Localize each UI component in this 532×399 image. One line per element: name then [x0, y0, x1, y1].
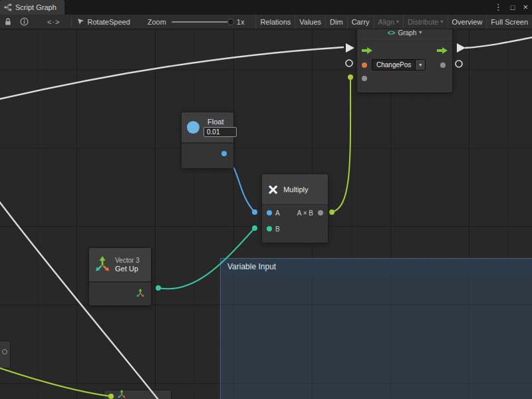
port-label-a: A [275, 209, 280, 217]
port-section [89, 283, 151, 305]
lock-icon[interactable] [4, 17, 12, 26]
close-icon[interactable]: × [523, 0, 528, 15]
set-variable-node[interactable]: <> Graph ▾ ChangePos ▾ [356, 24, 453, 93]
group-header[interactable]: Variable Input [221, 259, 532, 275]
node-title: Float [203, 118, 237, 126]
zoom-slider-thumb[interactable] [227, 19, 234, 25]
relations-button[interactable]: Relations [255, 15, 295, 29]
node-title: Get Up [115, 265, 140, 273]
node-type-label: Vector 3 [115, 257, 140, 264]
vector3-icon [94, 255, 111, 275]
zoom-slider[interactable] [172, 18, 233, 26]
value-input-port[interactable] [362, 76, 367, 81]
partial-node-left[interactable] [0, 340, 11, 368]
overview-button[interactable]: Overview [448, 15, 487, 29]
node-finder-icon[interactable]: <·> [47, 18, 61, 26]
tab-bar: Script Graph ⋮ □ × [0, 0, 532, 15]
float-output-port[interactable] [221, 151, 227, 156]
input-port-a[interactable] [267, 210, 272, 215]
vector3-icon [117, 389, 126, 399]
port[interactable] [2, 349, 7, 354]
toolbar-separator [71, 17, 72, 27]
variable-name-value: ChangePos [372, 60, 415, 70]
zoom-slider-track[interactable] [172, 21, 233, 23]
value-port-row [357, 73, 452, 88]
port-row-a: A A × B [262, 205, 328, 221]
group-title: Variable Input [227, 262, 276, 271]
graph-name-label[interactable]: RotateSpeed [88, 18, 130, 26]
tab-title: Script Graph [15, 3, 57, 11]
float-literal-node[interactable]: Float 0.01 [181, 112, 234, 169]
chevron-down-icon: ▾ [441, 19, 444, 25]
script-graph-icon [4, 3, 12, 11]
variable-kind-label: Graph [398, 29, 416, 37]
chevron-down-icon[interactable]: ▾ [415, 60, 425, 70]
group-variable-input[interactable]: Variable Input [220, 258, 532, 399]
multiply-icon: × [268, 181, 278, 198]
output-port-result[interactable] [318, 210, 323, 215]
input-port-b[interactable] [267, 226, 272, 231]
multiply-node[interactable]: × Multiply A A × B B [261, 174, 329, 243]
partial-node-bottom[interactable] [104, 390, 172, 399]
node-header: Vector 3 Get Up [89, 248, 151, 283]
flow-port-row [357, 41, 452, 57]
node-title: Multiply [283, 186, 308, 194]
get-up-node[interactable]: Vector 3 Get Up [88, 247, 152, 306]
port-row-b: B [262, 221, 328, 237]
flow-output-port[interactable] [436, 45, 448, 57]
graph-variable-icon: <> [388, 29, 396, 37]
graph-asset-icon [77, 18, 84, 25]
float-type-icon [187, 121, 200, 134]
chevron-down-icon[interactable]: ▾ [419, 30, 422, 35]
window-menu-icon[interactable]: ⋮ [494, 0, 503, 15]
float-value-input[interactable]: 0.01 [203, 127, 237, 137]
graph-toolbar: <·> RotateSpeed Zoom 1x Relations Values… [0, 15, 532, 29]
window-controls: ⋮ □ × [494, 0, 528, 15]
node-header: Float 0.01 [182, 112, 233, 144]
tab-script-graph[interactable]: Script Graph [0, 0, 65, 15]
zoom-label: Zoom [148, 18, 166, 26]
values-button[interactable]: Values [295, 15, 325, 29]
chevron-down-icon: ▾ [396, 19, 399, 25]
zoom-value: 1x [237, 18, 245, 26]
distribute-button[interactable]: Distribute▾ [403, 15, 447, 29]
carry-button[interactable]: Carry [347, 15, 374, 29]
node-header: × Multiply [262, 174, 328, 205]
align-button[interactable]: Align▾ [374, 15, 403, 29]
vector3-output-port[interactable] [136, 288, 145, 300]
info-icon[interactable] [20, 17, 29, 26]
toolbar-buttons: Relations Values Dim Carry Align▾ Distri… [255, 15, 532, 29]
port-label-result: A × B [297, 209, 313, 217]
variable-name-row: ChangePos ▾ [357, 57, 452, 73]
output-port[interactable] [440, 63, 446, 68]
name-input-port[interactable] [362, 63, 367, 68]
full-screen-button[interactable]: Full Screen [486, 15, 532, 29]
variable-name-dropdown[interactable]: ChangePos ▾ [372, 59, 426, 70]
port-label-b: B [275, 225, 280, 233]
group-body [221, 275, 532, 399]
flow-input-port[interactable] [361, 45, 373, 57]
script-graph-window: Script Graph ⋮ □ × <·> [0, 0, 532, 399]
maximize-icon[interactable]: □ [511, 0, 515, 15]
port-section [182, 144, 233, 168]
dim-button[interactable]: Dim [325, 15, 347, 29]
